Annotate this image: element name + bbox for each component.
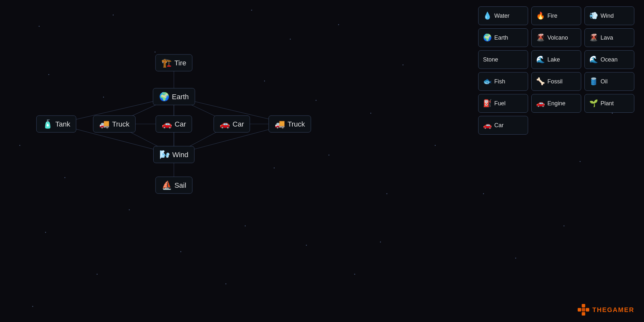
sidebar-item-car[interactable]: 🚗Car [478,116,528,135]
sidebar-emoji-15: 🚗 [483,121,492,129]
node-label-car1: Car [175,120,186,128]
sidebar-item-fuel[interactable]: ⛽Fuel [478,94,528,113]
node-emoji-truck1: 🚚 [99,119,109,129]
sidebar-label-13: Engine [547,100,565,107]
sidebar-item-volcano[interactable]: 🌋Volcano [531,28,581,47]
sidebar-label-12: Fuel [494,100,506,107]
sidebar-item-engine[interactable]: 🚗Engine [531,94,581,113]
node-label-truck1: Truck [112,120,129,128]
node-label-earth: Earth [172,92,189,101]
node-truck2[interactable]: 🚚Truck [269,116,311,133]
node-label-wind: Wind [172,150,188,159]
sidebar-emoji-11: 🛢️ [589,77,598,86]
node-car2[interactable]: 🚗Car [213,116,250,133]
node-emoji-tank: 🧴 [43,119,53,129]
node-emoji-sail: ⛵ [162,180,172,190]
sidebar-emoji-4: 🌋 [536,33,545,42]
sidebar-label-10: Fossil [547,78,563,85]
node-truck1[interactable]: 🚚Truck [93,116,136,133]
sidebar-emoji-9: 🐟 [483,77,492,86]
node-emoji-tire: 🏗️ [161,58,172,68]
sidebar-item-lake[interactable]: 🌊Lake [531,50,581,69]
sidebar-label-7: Lake [547,56,560,63]
node-emoji-wind: 🌬️ [159,150,170,160]
sidebar-label-5: Lava [601,34,613,41]
sidebar-emoji-13: 🚗 [536,99,545,108]
sidebar-emoji-7: 🌊 [536,55,545,64]
sidebar-label-4: Volcano [547,34,568,41]
sidebar-item-fish[interactable]: 🐟Fish [478,72,528,91]
sidebar-item-lava[interactable]: 🌋Lava [584,28,634,47]
sidebar-item-wind[interactable]: 💨Wind [584,6,634,25]
sidebar-emoji-1: 🔥 [536,12,545,20]
logo-text: THEGAMER [592,306,634,314]
svg-rect-19 [582,308,585,312]
sidebar-emoji-2: 💨 [589,12,598,20]
sidebar-emoji-5: 🌋 [589,33,598,42]
sidebar-label-0: Water [494,13,509,19]
sidebar-emoji-14: 🌱 [589,99,598,108]
node-label-sail: Sail [175,181,186,189]
node-label-car2: Car [232,120,244,128]
node-wind[interactable]: 🌬️Wind [153,146,194,163]
sidebar-item-stone[interactable]: Stone [478,50,528,69]
sidebar-emoji-0: 💧 [483,12,492,20]
sidebar-label-8: Ocean [601,56,618,63]
sidebar-label-3: Earth [494,34,508,41]
sidebar-item-water[interactable]: 💧Water [478,6,528,25]
node-earth[interactable]: 🌍Earth [153,88,195,105]
sidebar-item-earth[interactable]: 🌍Earth [478,28,528,47]
sidebar-label-9: Fish [494,78,505,85]
sidebar-label-6: Stone [483,56,498,63]
sidebar-item-plant[interactable]: 🌱Plant [584,94,634,113]
sidebar-item-fire[interactable]: 🔥Fire [531,6,581,25]
sidebar-label-2: Wind [601,13,614,19]
sidebar-emoji-8: 🌊 [589,55,598,64]
svg-rect-18 [578,308,581,312]
sidebar-label-14: Plant [601,100,614,107]
sidebar-label-11: Oil [601,78,608,85]
node-emoji-truck2: 🚚 [275,119,285,129]
node-emoji-earth: 🌍 [159,92,169,102]
sidebar-emoji-12: ⛽ [483,99,492,108]
node-label-truck2: Truck [288,120,305,128]
node-tire[interactable]: 🏗️Tire [155,54,192,71]
sidebar-label-1: Fire [547,13,557,19]
sidebar: 💧Water🔥Fire💨Wind🌍Earth🌋Volcano🌋LavaStone… [478,6,634,135]
sidebar-emoji-10: 🦴 [536,77,545,86]
logo: THEGAMER [578,304,634,316]
node-tank[interactable]: 🧴Tank [36,116,76,133]
node-sail[interactable]: ⛵Sail [156,177,193,194]
svg-rect-15 [582,304,585,308]
node-emoji-car2: 🚗 [220,119,230,129]
node-emoji-car1: 🚗 [162,119,172,129]
sidebar-item-oil[interactable]: 🛢️Oil [584,72,634,91]
node-label-tank: Tank [55,120,70,128]
sidebar-label-15: Car [494,122,504,129]
node-label-tire: Tire [174,59,186,67]
svg-rect-17 [582,312,585,316]
sidebar-item-ocean[interactable]: 🌊Ocean [584,50,634,69]
thegamer-logo-icon [578,304,589,316]
node-car1[interactable]: 🚗Car [156,116,192,133]
sidebar-item-fossil[interactable]: 🦴Fossil [531,72,581,91]
svg-rect-16 [586,308,589,312]
graph-area: 🏗️Tire🌍Earth🧴Tank🚚Truck🚗Car🚗Car🚚Truck🌬️W… [0,0,341,322]
sidebar-emoji-3: 🌍 [483,33,492,42]
